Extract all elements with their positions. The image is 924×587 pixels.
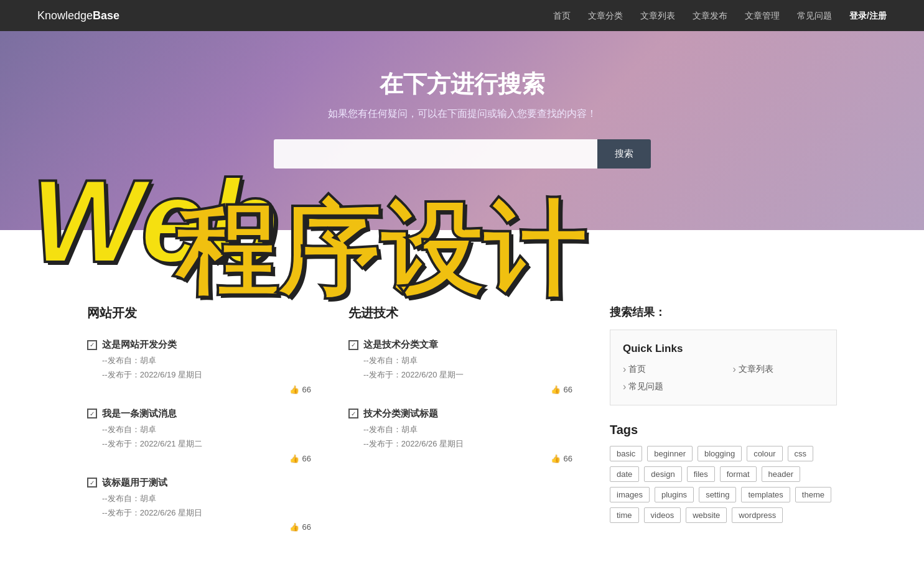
like-count: 66 (564, 385, 572, 394)
search-bar: 搜索 (0, 139, 924, 169)
article-footer: 👍 66 (348, 385, 572, 394)
tag[interactable]: templates (741, 487, 790, 502)
article-header: ✓ 这是技术分类文章 (348, 339, 572, 351)
tag[interactable]: plugins (655, 487, 694, 502)
article-item: ✓ 我是一条测试消息 --发布自：胡卓 --发布于：2022/6/21 星期二 … (87, 408, 311, 463)
article-header: ✓ 技术分类测试标题 (348, 408, 572, 420)
like-icon: 👍 (289, 454, 299, 463)
nav-menu: 首页 文章分类 文章列表 文章发布 文章管理 常见问题 登录/注册 (553, 10, 887, 22)
article-item: ✓ 这是网站开发分类 --发布自：胡卓 --发布于：2022/6/19 星期日 … (87, 339, 311, 394)
article-item: ✓ 技术分类测试标题 --发布自：胡卓 --发布于：2022/6/26 星期日 … (348, 408, 572, 463)
tag[interactable]: images (610, 487, 650, 502)
sidebar: 搜索结果： Quick Links 首页 文章列表 常见问题 Tags basi… (610, 305, 837, 545)
brand-bold: Base (93, 9, 119, 22)
col-website-dev: 网站开发 ✓ 这是网站开发分类 --发布自：胡卓 --发布于：2022/6/19… (87, 305, 311, 545)
nav-categories[interactable]: 文章分类 (588, 11, 623, 21)
article-title[interactable]: 这是网站开发分类 (102, 339, 177, 351)
col-advanced-tech: 先进技术 ✓ 这是技术分类文章 --发布自：胡卓 --发布于：2022/6/20… (348, 305, 572, 545)
tag[interactable]: setting (699, 487, 736, 502)
search-button[interactable]: 搜索 (597, 139, 651, 169)
article-footer: 👍 66 (348, 454, 572, 463)
tags-title: Tags (610, 423, 837, 437)
navbar: KnowledgeBase 首页 文章分类 文章列表 文章发布 文章管理 常见问… (0, 0, 924, 31)
article-footer: 👍 66 (87, 522, 311, 532)
article-meta: --发布自：胡卓 --发布于：2022/6/26 星期日 (102, 491, 311, 520)
article-title[interactable]: 我是一条测试消息 (102, 408, 177, 420)
hero-title: 在下方进行搜索 (0, 68, 924, 100)
checkbox-icon: ✓ (87, 340, 97, 350)
tags-section: Tags basic beginner blogging colour css … (610, 423, 837, 523)
quick-links-grid: 首页 文章列表 常见问题 (623, 364, 824, 392)
tag[interactable]: basic (610, 446, 642, 461)
checkbox-icon: ✓ (348, 409, 358, 418)
tag[interactable]: date (610, 466, 639, 482)
hero-subtitle: 如果您有任何疑问，可以在下面提问或输入您要查找的内容！ (0, 108, 924, 121)
brand-text: Knowledge (37, 9, 93, 22)
article-header: ✓ 我是一条测试消息 (87, 408, 311, 420)
nav-list[interactable]: 文章列表 (640, 11, 675, 21)
like-icon: 👍 (551, 385, 561, 394)
main-area: Web 程序设计 网站开发 ✓ 这是网站开发分类 --发布自：胡卓 --发布于：… (0, 230, 924, 587)
article-title[interactable]: 技术分类测试标题 (363, 408, 438, 420)
like-count: 66 (564, 454, 572, 463)
article-title[interactable]: 这是技术分类文章 (363, 339, 438, 351)
tag[interactable]: videos (644, 507, 681, 523)
article-meta: --发布自：胡卓 --发布于：2022/6/21 星期二 (102, 422, 311, 451)
article-meta: --发布自：胡卓 --发布于：2022/6/26 星期日 (363, 422, 572, 451)
tag[interactable]: theme (795, 487, 831, 502)
article-title[interactable]: 该标题用于测试 (102, 477, 167, 489)
quick-links-box: Quick Links 首页 文章列表 常见问题 (610, 330, 837, 405)
nav-home[interactable]: 首页 (553, 11, 571, 21)
checkbox-icon: ✓ (87, 478, 97, 488)
content-columns: 网站开发 ✓ 这是网站开发分类 --发布自：胡卓 --发布于：2022/6/19… (0, 230, 924, 583)
article-footer: 👍 66 (87, 454, 311, 463)
tag[interactable]: wordpress (732, 507, 783, 523)
tag[interactable]: beginner (647, 446, 693, 461)
like-icon: 👍 (289, 522, 299, 532)
quick-links-title: Quick Links (623, 343, 824, 355)
article-item: ✓ 这是技术分类文章 --发布自：胡卓 --发布于：2022/6/20 星期一 … (348, 339, 572, 394)
search-input[interactable] (274, 139, 597, 169)
tag[interactable]: blogging (698, 446, 742, 461)
tag[interactable]: design (644, 466, 681, 482)
article-footer: 👍 66 (87, 385, 311, 394)
like-count: 66 (302, 385, 311, 394)
tag[interactable]: colour (747, 446, 782, 461)
brand: KnowledgeBase (37, 9, 119, 22)
nav-manage[interactable]: 文章管理 (745, 11, 780, 21)
article-meta: --发布自：胡卓 --发布于：2022/6/19 星期日 (102, 353, 311, 382)
like-count: 66 (302, 454, 311, 463)
like-count: 66 (302, 522, 311, 532)
nav-faq[interactable]: 常见问题 (797, 11, 832, 21)
tag[interactable]: time (610, 507, 639, 523)
col1-title: 网站开发 (87, 305, 311, 326)
tag[interactable]: files (687, 466, 715, 482)
like-icon: 👍 (551, 454, 561, 463)
col2-title: 先进技术 (348, 305, 572, 326)
article-header: ✓ 这是网站开发分类 (87, 339, 311, 351)
article-header: ✓ 该标题用于测试 (87, 477, 311, 489)
bottom-overlay-area: 文章发布管理系统 (0, 583, 924, 587)
tags-wrap: basic beginner blogging colour css date … (610, 446, 837, 523)
quick-link-list[interactable]: 文章列表 (733, 364, 824, 375)
tag[interactable]: website (686, 507, 727, 523)
checkbox-icon: ✓ (87, 409, 97, 418)
search-results-title: 搜索结果： (610, 305, 837, 320)
hero-section: 在下方进行搜索 如果您有任何疑问，可以在下面提问或输入您要查找的内容！ 搜索 (0, 31, 924, 230)
tag[interactable]: format (720, 466, 757, 482)
like-icon: 👍 (289, 385, 299, 394)
article-meta: --发布自：胡卓 --发布于：2022/6/20 星期一 (363, 353, 572, 382)
nav-login[interactable]: 登录/注册 (849, 11, 887, 21)
quick-link-faq[interactable]: 常见问题 (623, 381, 714, 392)
quick-link-home[interactable]: 首页 (623, 364, 714, 375)
checkbox-icon: ✓ (348, 340, 358, 350)
article-item: ✓ 该标题用于测试 --发布自：胡卓 --发布于：2022/6/26 星期日 👍… (87, 477, 311, 532)
tag[interactable]: css (788, 446, 814, 461)
tag[interactable]: header (762, 466, 800, 482)
nav-publish[interactable]: 文章发布 (693, 11, 727, 21)
